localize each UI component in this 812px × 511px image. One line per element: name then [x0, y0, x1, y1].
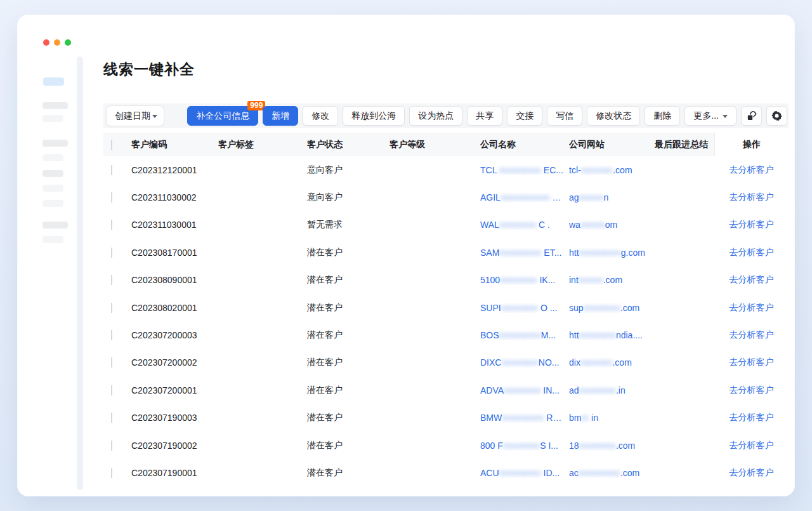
handover-button[interactable]: 交接 — [507, 106, 542, 126]
company-website-visible: htt — [569, 330, 579, 340]
company-name-visible: ADVA — [480, 385, 504, 395]
row-checkbox[interactable] — [111, 413, 112, 423]
analyze-customer-link[interactable]: 去分析客户 — [730, 219, 774, 230]
company-name[interactable]: WALmnnmmn C . — [480, 220, 569, 230]
company-name-visible: IN... — [540, 385, 560, 395]
settings-button[interactable] — [766, 106, 787, 126]
chevron-down-icon — [152, 115, 157, 118]
close-window-icon[interactable] — [43, 39, 49, 46]
company-name-visible: RIV... — [544, 413, 568, 423]
column-header-company: 公司名称 — [480, 139, 569, 150]
company-name[interactable]: ADVAmnnmmn IN... — [480, 385, 569, 395]
company-website[interactable]: wamnnmom — [569, 220, 655, 230]
change-status-label: 修改状态 — [596, 110, 631, 122]
customer-code: C202307190003 — [131, 413, 218, 423]
add-button[interactable]: 新增 — [263, 106, 298, 126]
company-website-redacted: mnnmmn — [579, 441, 616, 451]
company-name[interactable]: TCL mnnmmnn EC... — [480, 165, 569, 175]
company-website[interactable]: agmnnmn — [569, 192, 655, 202]
company-name[interactable]: SAMmnnmmnn ET... — [480, 248, 569, 258]
row-checkbox[interactable] — [111, 468, 112, 478]
row-checkbox[interactable] — [111, 330, 112, 340]
set-hot-button[interactable]: 设为热点 — [409, 106, 462, 126]
company-website[interactable]: supmnnmmn.com — [569, 303, 655, 313]
company-website[interactable]: httmnnmmnndia.... — [569, 330, 655, 340]
company-name[interactable]: 800 FmnnmmnS I... — [480, 441, 569, 451]
customer-status: 潜在客户 — [307, 385, 390, 396]
minimize-window-icon[interactable] — [54, 39, 60, 46]
company-name-visible: BMW — [480, 413, 502, 423]
analyze-customer-link[interactable]: 去分析客户 — [730, 302, 774, 314]
analyze-customer-link[interactable]: 去分析客户 — [730, 192, 774, 203]
share-button[interactable]: 共享 — [467, 106, 502, 126]
analyze-customer-link[interactable]: 去分析客户 — [730, 357, 774, 368]
company-website[interactable]: intmnnm.com — [569, 275, 655, 285]
view-switch-button[interactable] — [741, 106, 762, 126]
analyze-customer-link[interactable]: 去分析客户 — [730, 329, 774, 341]
delete-button[interactable]: 删除 — [645, 106, 680, 126]
complete-company-info-button[interactable]: 补全公司信息 999 — [187, 106, 258, 126]
company-name-redacted: mnnmmnn — [499, 330, 541, 340]
analyze-customer-link[interactable]: 去分析客户 — [730, 440, 774, 451]
sidebar-skeleton-item — [43, 200, 63, 207]
select-all-checkbox[interactable] — [111, 140, 112, 150]
company-website[interactable]: acmnnmmnn.com — [569, 468, 655, 478]
analyze-customer-link[interactable]: 去分析客户 — [730, 412, 774, 423]
company-website-visible: ad — [569, 385, 579, 395]
sidebar-skeleton-item — [43, 170, 63, 177]
company-website-visible: .com — [603, 275, 622, 285]
edit-button[interactable]: 修改 — [303, 106, 338, 126]
sidebar-item-active[interactable] — [43, 77, 64, 86]
analyze-customer-link[interactable]: 去分析客户 — [730, 274, 774, 286]
write-email-button[interactable]: 写信 — [547, 106, 582, 126]
release-to-pool-button[interactable]: 释放到公海 — [343, 106, 405, 126]
company-website[interactable]: admnnmmn.in — [569, 385, 655, 395]
customer-status: 暂无需求 — [307, 219, 390, 230]
company-name-visible: WAL — [480, 220, 499, 230]
row-checkbox[interactable] — [111, 357, 112, 368]
company-website-visible: int — [569, 275, 579, 285]
company-name[interactable]: BMWmnnmmnn RIV... — [480, 413, 569, 423]
company-website-visible: wa — [569, 220, 580, 230]
maximize-window-icon[interactable] — [65, 39, 71, 46]
analyze-customer-link[interactable]: 去分析客户 — [730, 385, 774, 396]
customer-status: 潜在客户 — [307, 247, 390, 258]
row-checkbox[interactable] — [111, 220, 112, 230]
row-checkbox[interactable] — [111, 248, 112, 258]
analyze-customer-link[interactable]: 去分析客户 — [730, 467, 774, 479]
customer-status: 意向客户 — [307, 164, 390, 176]
customer-code: C202311030001 — [131, 220, 218, 230]
company-website-visible: tcl- — [569, 165, 581, 175]
analyze-customer-link[interactable]: 去分析客户 — [730, 164, 774, 176]
company-name[interactable]: AGILmnnmmnnm HN... — [480, 192, 569, 202]
row-checkbox[interactable] — [111, 275, 112, 285]
company-name[interactable]: SUPImnnmmn O ... — [480, 303, 569, 313]
date-filter-select[interactable]: 创建日期 — [106, 105, 164, 126]
row-checkbox[interactable] — [111, 441, 112, 451]
row-checkbox[interactable] — [111, 385, 112, 395]
change-status-button[interactable]: 修改状态 — [587, 106, 640, 126]
company-website-redacted: mnnmmn — [584, 303, 620, 313]
company-website[interactable]: dixmnnmm.com — [569, 357, 655, 368]
customer-code: C202308170001 — [131, 248, 218, 258]
gear-icon — [771, 110, 782, 121]
company-name-visible: IK... — [537, 275, 556, 285]
company-name-visible: SAM — [480, 248, 499, 258]
company-website[interactable]: tcl-mnnmm.com — [569, 165, 655, 175]
row-checkbox[interactable] — [111, 165, 112, 175]
company-website[interactable]: bmm in — [569, 413, 655, 423]
more-button[interactable]: 更多... — [684, 106, 737, 126]
analyze-customer-link[interactable]: 去分析客户 — [730, 247, 774, 258]
company-website[interactable]: 18mnnmmn.com — [569, 441, 655, 451]
company-website-visible: bm — [569, 413, 581, 423]
company-name-redacted: mnnmmn — [501, 303, 538, 313]
company-name[interactable]: DIXCmnnmmnNO... — [480, 357, 569, 368]
company-name[interactable]: 5100mnnmmn IK... — [480, 275, 569, 285]
row-checkbox[interactable] — [111, 303, 112, 313]
company-website[interactable]: httmnnmmnng.com — [569, 248, 655, 258]
company-name[interactable]: ACUmnnmmnn ID... — [480, 468, 569, 478]
sidebar-skeleton-item — [43, 154, 63, 161]
row-checkbox[interactable] — [111, 192, 112, 202]
sidebar-skeleton-item — [43, 222, 68, 229]
company-name[interactable]: BOSmnnmmnnM... — [480, 330, 569, 340]
